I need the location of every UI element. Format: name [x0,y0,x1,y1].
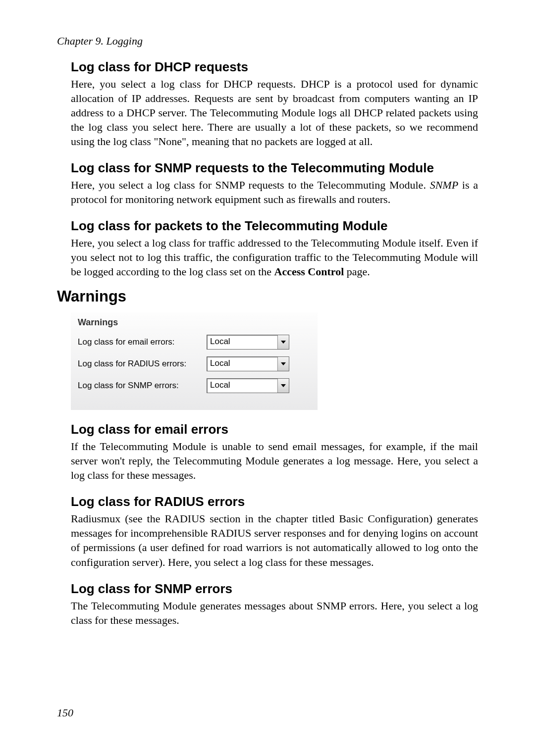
label-email-errors: Log class for email errors: [78,337,207,347]
svg-marker-1 [281,362,286,365]
body-snmp-requests: Here, you select a log class for SNMP re… [71,178,478,206]
heading-dhcp: Log class for DHCP requests [71,59,478,75]
text: Here, you select a log class for SNMP re… [71,179,430,191]
svg-marker-0 [281,341,286,344]
select-value: Local [207,335,277,349]
select-value: Local [207,357,277,371]
heading-radius-errors: Log class for RADIUS errors [71,494,478,509]
heading-email-errors: Log class for email errors [71,422,478,437]
row-email-errors: Log class for email errors: Local [78,335,311,350]
text: page. [344,265,370,278]
panel-title: Warnings [78,317,311,328]
heading-snmp-errors: Log class for SNMP errors [71,581,478,597]
heading-warnings: Warnings [57,288,478,305]
body-email-errors: If the Telecommuting Module is unable to… [71,439,478,482]
body-packets: Here, you select a log class for traffic… [71,236,478,279]
label-radius-errors: Log class for RADIUS errors: [78,359,207,369]
label-snmp-errors: Log class for SNMP errors: [78,381,207,391]
select-value: Local [207,379,277,393]
select-snmp-errors[interactable]: Local [207,378,289,393]
select-radius-errors[interactable]: Local [207,356,289,371]
row-radius-errors: Log class for RADIUS errors: Local [78,356,311,371]
body-radius-errors: Radiusmux (see the RADIUS section in the… [71,511,478,569]
page-number: 150 [57,706,478,719]
svg-marker-2 [281,384,286,387]
text-emph: SNMP [430,179,458,191]
text-bold: Access Control [274,265,344,278]
chapter-heading: Chapter 9. Logging [57,35,478,48]
heading-snmp-requests: Log class for SNMP requests to the Telec… [71,160,478,176]
body-snmp-errors: The Telecommuting Module generates messa… [71,599,478,627]
body-dhcp: Here, you select a log class for DHCP re… [71,77,478,149]
heading-packets: Log class for packets to the Telecommuti… [71,218,478,234]
chevron-down-icon [277,335,289,349]
warnings-panel: Warnings Log class for email errors: Loc… [71,312,318,410]
select-email-errors[interactable]: Local [207,335,289,350]
chevron-down-icon [277,379,289,393]
chevron-down-icon [277,357,289,371]
row-snmp-errors: Log class for SNMP errors: Local [78,378,311,393]
